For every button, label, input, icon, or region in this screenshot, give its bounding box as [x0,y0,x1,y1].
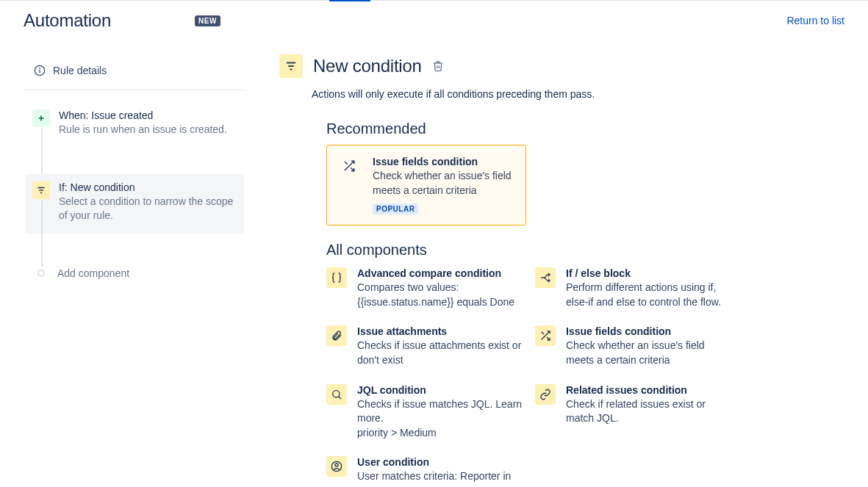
component-title: Issue fields condition [566,325,734,337]
component-title: Related issues condition [566,384,734,396]
component-issue-fields[interactable]: Issue fields condition Check whether an … [535,324,734,369]
shuffle-icon [535,325,556,346]
component-title: Issue fields condition [373,156,514,167]
rule-sidebar: Rule details When: Issue created Rule is… [24,37,244,487]
new-badge: NEW [195,15,220,26]
component-desc: Check if related issues exist or match J… [566,397,734,426]
svg-point-2 [40,68,40,68]
search-icon [326,384,347,405]
page-header: Automation NEW Return to list [24,7,844,31]
detail-panel: New condition Actions will only execute … [279,37,844,487]
popular-badge: POPULAR [373,203,418,214]
component-desc: Compares two values: {{issue.status.name… [357,281,525,309]
rule-details-label: Rule details [53,65,107,76]
recommended-card[interactable]: Issue fields condition Check whether an … [326,145,526,226]
add-component-button[interactable]: Add component [25,260,244,286]
step-desc: Rule is run when an issue is created. [59,123,237,137]
component-advanced-compare[interactable]: Advanced compare condition Compares two … [326,266,525,311]
filter-icon [32,181,50,199]
recommended-heading: Recommended [326,120,844,137]
info-icon [34,65,46,76]
component-title: Issue attachments [357,325,525,337]
trigger-step[interactable]: When: Issue created Rule is run when an … [25,102,244,148]
return-to-list-link[interactable]: Return to list [786,15,844,26]
component-if-else[interactable]: If / else block Perform different action… [535,266,734,311]
circle-icon [37,270,45,277]
component-title: JQL condition [357,384,525,396]
component-issue-attachments[interactable]: Issue attachments Checks if issue attach… [326,324,525,369]
detail-title: New condition [313,56,422,76]
component-desc: Perform different actions using if, else… [566,281,734,309]
plus-icon [32,109,50,127]
svg-point-11 [333,390,340,397]
component-user-condition[interactable]: User condition User matches criteria: Re… [326,455,525,487]
step-title: When: Issue created [59,109,237,121]
component-title: If / else block [566,267,734,279]
branch-icon [535,267,556,288]
step-desc: Select a condition to narrow the scope o… [59,195,237,223]
component-related-issues[interactable]: Related issues condition Check if relate… [535,383,734,442]
component-desc: Check whether an issue's field meets a c… [566,339,734,367]
all-components-heading: All components [326,242,844,259]
condition-step[interactable]: If: New condition Select a condition to … [25,174,244,234]
component-title: User condition [357,456,525,468]
detail-subtitle: Actions will only execute if all conditi… [279,88,844,100]
user-icon [326,456,347,477]
page-title: Automation [24,10,111,31]
filter-icon [279,54,303,78]
component-title: Advanced compare condition [357,267,525,279]
braces-icon [326,267,347,288]
link-icon [535,384,556,405]
svg-line-12 [339,396,341,398]
component-desc: User matches criteria: Reporter in group… [357,469,525,487]
add-component-label: Add component [57,267,129,279]
rule-details-item[interactable]: Rule details [24,59,244,90]
component-jql[interactable]: JQL condition Checks if issue matches JQ… [326,383,525,442]
shuffle-icon [339,156,359,176]
svg-point-14 [335,463,338,466]
trash-icon[interactable] [432,60,444,72]
component-desc: Checks if issue attachments exist or don… [357,339,525,367]
component-desc: Checks if issue matches JQL. Learn more.… [357,397,525,441]
attachment-icon [326,325,347,346]
component-desc: Check whether an issue's field meets a c… [373,169,514,198]
step-title: If: New condition [59,181,237,193]
